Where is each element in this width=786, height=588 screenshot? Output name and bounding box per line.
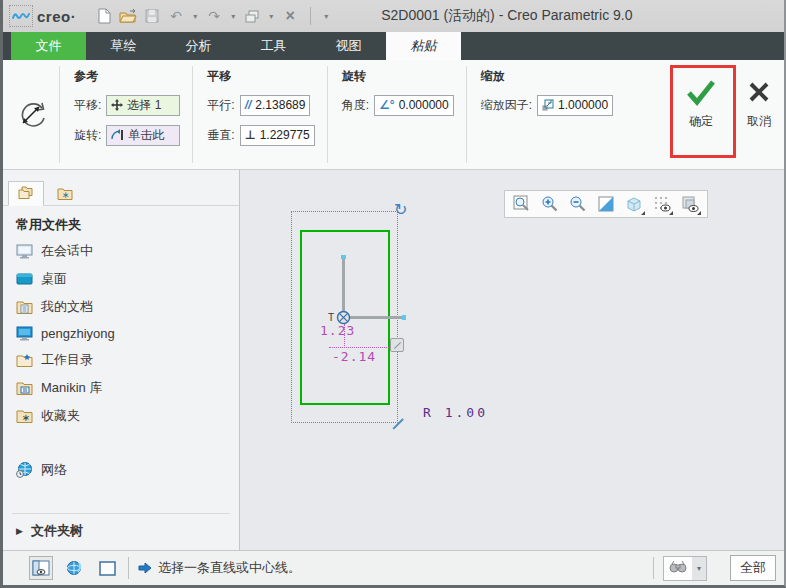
datum-display-filters-button[interactable] (678, 192, 702, 216)
close-window-button[interactable]: × (280, 5, 300, 27)
creo-logo-icon (9, 5, 33, 27)
rotate-reference-collector[interactable]: 单击此 (106, 125, 180, 146)
dropdown-notch (669, 211, 673, 215)
favorites-tab[interactable]: ∗ (47, 181, 83, 206)
title-bar: creo· ↶ ▾ ↷ ▾ ▾ × ▾ S2D0001 (活动的) - Creo… (3, 0, 784, 32)
tab-tools[interactable]: 工具 (236, 32, 311, 60)
rotate-arc-icon (111, 129, 124, 141)
sketcher-display-filters-button[interactable] (650, 192, 674, 216)
sidebar-item-desktop[interactable]: 桌面 (3, 265, 239, 293)
repaint-button[interactable] (594, 192, 618, 216)
scale-drag-handle[interactable] (390, 417, 404, 431)
sidebar-item-label: pengzhiyong (41, 326, 115, 341)
empty-frame-icon (99, 561, 116, 576)
tab-analysis[interactable]: 分析 (161, 32, 236, 60)
tab-paste[interactable]: 粘贴 (386, 32, 461, 60)
zoom-out-icon (569, 195, 587, 213)
zoom-fit-icon (513, 195, 531, 213)
navigator-toggle-button[interactable] (29, 556, 53, 580)
web-browser-toggle-button[interactable] (62, 556, 86, 580)
sidebar-item-label: 我的文档 (41, 298, 93, 316)
undo-button[interactable]: ↶ (166, 5, 186, 27)
sidebar-item-my-documents[interactable]: 我的文档 (3, 293, 239, 321)
display-style-button[interactable] (622, 192, 646, 216)
window-title: S2D0001 (活动的) - Creo Parametric 9.0 (381, 7, 632, 25)
full-screen-toggle-button[interactable] (95, 556, 119, 580)
translate-reference-collector[interactable]: 选择 1 (106, 95, 180, 116)
favorites-folder-icon: ∗ (16, 409, 33, 424)
save-button[interactable] (142, 5, 162, 27)
tab-sketch[interactable]: 草绘 (86, 32, 161, 60)
scale-factor-input[interactable]: 1.000000 (537, 95, 613, 116)
my-documents-folder-icon (16, 300, 33, 315)
browser-globe-icon (65, 560, 83, 576)
refit-button[interactable] (510, 192, 534, 216)
sidebar-item-manikin-library[interactable]: Manikin 库 (3, 374, 239, 402)
zoom-out-button[interactable] (566, 192, 590, 216)
sidebar-item-in-session[interactable]: 在会话中 (3, 237, 239, 265)
vertical-label: 垂直: (207, 127, 234, 144)
open-file-button[interactable] (118, 5, 138, 27)
dimension-radius[interactable]: R 1.00 (423, 405, 488, 420)
dropdown-notch (697, 211, 701, 215)
folder-stack-icon (18, 186, 35, 201)
toolbar-separator (310, 7, 311, 25)
paste-origin-axis-horizontal (343, 316, 404, 319)
group-scale-title: 缩放 (481, 68, 613, 85)
tree-expand-icon: ▶ (16, 526, 23, 536)
translate-reference-value: 选择 1 (127, 97, 161, 114)
in-session-monitor-icon (16, 244, 33, 259)
customize-toolbar-dropdown[interactable]: ▾ (321, 12, 331, 21)
brand-text: creo· (37, 8, 76, 25)
sidebar-item-label: 收藏夹 (41, 407, 80, 425)
dimension-leader-horizontal (329, 347, 399, 348)
folder-tree-toggle[interactable]: ▶ 文件夹树 (3, 514, 239, 550)
new-file-icon (98, 8, 111, 24)
sidebar-item-favorites[interactable]: ∗ 收藏夹 (3, 402, 239, 430)
svg-text:∗: ∗ (62, 190, 70, 200)
redo-button[interactable]: ↷ (204, 5, 224, 27)
navigator-panel-icon (32, 560, 50, 576)
repaint-icon (597, 195, 615, 213)
parallel-distance-input[interactable]: // 2.138689 (240, 95, 311, 116)
sidebar-item-label: 在会话中 (41, 242, 93, 260)
sketch-canvas[interactable]: ↻ T 1.23 -2.14 R 1.00 (240, 170, 784, 550)
common-folders-header: 常用文件夹 (3, 206, 239, 237)
status-bar: 选择一条直线或中心线。 ▾ 全部 (3, 550, 784, 585)
folder-tree-label: 文件夹树 (31, 522, 83, 540)
group-rotate-title: 旋转 (342, 68, 454, 85)
ribbon-tab-bar: 文件 草绘 分析 工具 视图 粘贴 (3, 32, 784, 60)
find-button[interactable]: ▾ (663, 556, 707, 581)
tab-file[interactable]: 文件 (11, 32, 86, 60)
sidebar-item-working-directory[interactable]: 工作目录 (3, 346, 239, 374)
sidebar-item-network[interactable]: 网络 (3, 456, 239, 484)
ok-button[interactable]: 确定 (679, 78, 723, 130)
tab-view[interactable]: 视图 (311, 32, 386, 60)
reference-rotate-label: 旋转: (74, 127, 101, 144)
sidebar-item-workstation[interactable]: pengzhiyong (3, 321, 239, 346)
parallel-icon: // (245, 98, 252, 112)
redo-dropdown[interactable]: ▾ (228, 12, 238, 21)
selection-filter-dropdown[interactable]: 全部 (730, 555, 776, 581)
rotate-drag-handle[interactable]: ↻ (394, 200, 407, 219)
dimension-horizontal-offset[interactable]: -2.14 (332, 349, 376, 364)
folder-browser-tab[interactable] (8, 181, 44, 206)
dimension-vertical-offset[interactable]: 1.23 (320, 323, 355, 338)
undo-dropdown[interactable]: ▾ (190, 12, 200, 21)
working-directory-folder-icon (16, 353, 33, 368)
folder-star-icon: ∗ (57, 187, 73, 201)
group-scale: 缩放 缩放因子: 1.000000 (467, 60, 625, 169)
window-arrange-dropdown[interactable]: ▾ (266, 12, 276, 21)
parallel-label: 平行: (207, 97, 234, 114)
cancel-button[interactable]: 取消 (737, 78, 781, 130)
window-arrange-button[interactable] (242, 5, 262, 27)
zoom-in-button[interactable] (538, 192, 562, 216)
main-area: ∗ 常用文件夹 在会话中 桌面 我的文档 pengzhiyong (3, 170, 784, 550)
sidebar-item-label: 工作目录 (41, 351, 93, 369)
vertical-distance-input[interactable]: ⊥ 1.229775 (240, 125, 315, 146)
translate-drag-handle[interactable] (390, 338, 404, 352)
new-file-button[interactable] (94, 5, 114, 27)
angle-input[interactable]: ∠° 0.000000 (374, 95, 454, 116)
status-separator (653, 557, 654, 579)
find-dropdown[interactable]: ▾ (692, 557, 706, 580)
